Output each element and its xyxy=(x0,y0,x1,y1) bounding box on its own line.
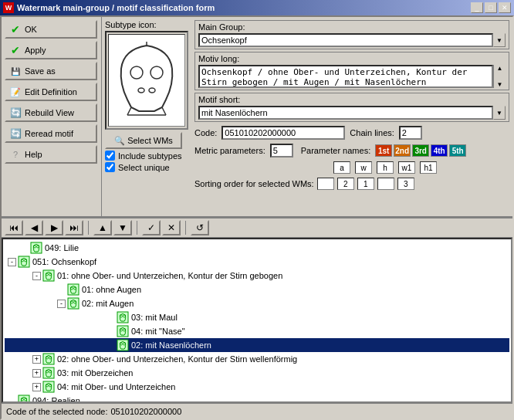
title-bar: W Watermark main-group / motif classific… xyxy=(0,0,514,15)
motiv-long-input[interactable]: Ochsenkopf / ohne Ober- und Unterzeichen… xyxy=(198,65,493,88)
form-section: Main Group: ▼ Motiv long: Ochsenkopf / o… xyxy=(194,20,509,190)
wm-icon-051-04 xyxy=(42,381,55,393)
wm-icon-051-01 xyxy=(42,269,55,282)
maximize-button[interactable]: □ xyxy=(485,2,497,13)
tree-area[interactable]: 049: Lilie- 051: Ochsenkopf- 01: ohne Ob… xyxy=(2,238,512,403)
subtype-icon-area: Subtype icon: xyxy=(105,20,188,190)
motiv-long-field: Motiv long: Ochsenkopf / ohne Ober- und … xyxy=(194,52,509,90)
param-name-w1[interactable] xyxy=(398,161,415,174)
nav-confirm-button[interactable]: ✓ xyxy=(142,220,161,235)
tree-label-051-01-02-04: 04: mit "Nase" xyxy=(131,327,185,336)
help-button[interactable]: ? Help xyxy=(5,145,97,164)
tree-toggle-051-01[interactable]: - xyxy=(32,272,41,280)
help-icon: ? xyxy=(9,148,22,161)
tree-node-051[interactable]: - 051: Ochsenkopf xyxy=(5,255,509,269)
tree-node-094[interactable]: 094: Realien xyxy=(5,394,509,403)
motif-short-field: Motif short: ▼ xyxy=(194,93,509,122)
tree-label-051-01: 01: ohne Ober- und Unterzeichen, Kontur … xyxy=(57,271,282,280)
subtype-icon-box xyxy=(105,31,188,130)
tree-toggle-051-04[interactable]: + xyxy=(32,383,41,391)
tree-toggle-051[interactable]: - xyxy=(8,258,16,266)
tree-toggle-051-01-02[interactable]: - xyxy=(57,300,66,308)
motif-short-input[interactable] xyxy=(198,106,493,120)
include-subtypes-row: Include subtypes xyxy=(105,151,188,161)
ok-button[interactable]: ✔ OK xyxy=(5,20,97,39)
subtype-section: Subtype icon: xyxy=(105,20,509,190)
wm-icon-051-01-02 xyxy=(67,297,79,310)
wm-icon-051 xyxy=(18,256,30,268)
svg-point-1 xyxy=(150,66,163,79)
sort-input-2[interactable] xyxy=(337,178,354,190)
sort-input-1[interactable] xyxy=(317,178,334,190)
select-unique-checkbox[interactable] xyxy=(105,162,115,172)
subtype-icon-label: Subtype icon: xyxy=(105,20,188,29)
wm-icon-051-01-02-04 xyxy=(117,325,129,337)
main-group-input[interactable] xyxy=(198,33,493,47)
scroll-down[interactable]: ▼ xyxy=(494,81,506,88)
rebuild-view-button[interactable]: 🔄 Rebuild View xyxy=(5,103,97,122)
left-panel: ✔ OK ✔ Apply 💾 Save as 📝 Edit Definition… xyxy=(2,17,102,216)
tree-node-051-04[interactable]: + 04: mit Ober- und Unterzeichen xyxy=(5,380,509,394)
nav-cancel-button[interactable]: ✕ xyxy=(162,220,181,235)
param-name-w[interactable] xyxy=(355,161,372,174)
svg-rect-41 xyxy=(19,395,29,403)
param-1st-badge: 1st xyxy=(375,144,392,157)
nav-refresh-button[interactable]: ↺ xyxy=(191,220,209,235)
save-as-button[interactable]: 💾 Save as xyxy=(5,62,97,80)
nav-next-button[interactable]: ▶ xyxy=(45,220,63,235)
close-button[interactable]: ✕ xyxy=(499,2,511,13)
motiv-long-scrollbar[interactable]: ▲ ▼ xyxy=(493,65,506,88)
svg-line-4 xyxy=(127,107,131,115)
scroll-up[interactable]: ▲ xyxy=(494,65,506,72)
sort-input-5[interactable] xyxy=(397,178,414,190)
nav-first-button[interactable]: ⏮ xyxy=(5,220,23,235)
wm-icon-094 xyxy=(18,395,30,403)
tree-node-051-01-01[interactable]: 01: ohne Augen xyxy=(5,283,509,296)
window-controls: _ □ ✕ xyxy=(471,2,511,13)
sort-input-4[interactable] xyxy=(377,178,394,190)
tree-node-051-01-02-03[interactable]: 03: mit Maul xyxy=(5,310,509,324)
sorting-row: Sorting order for selected WMs: xyxy=(194,178,509,190)
param-names-row xyxy=(333,161,509,174)
nav-up-button[interactable]: ▲ xyxy=(93,220,112,235)
edit-definition-button[interactable]: 📝 Edit Definition xyxy=(5,83,97,101)
code-row: Code: Chain lines: xyxy=(194,126,509,140)
nav-down-button[interactable]: ▼ xyxy=(113,220,132,235)
chain-lines-input[interactable] xyxy=(399,126,422,140)
metric-param-input[interactable] xyxy=(270,144,293,158)
svg-point-2 xyxy=(138,88,144,93)
tree-node-051-01-02-02[interactable]: 02: mit Nasenlöchern xyxy=(5,338,509,352)
edit-icon: 📝 xyxy=(9,86,22,98)
nav-prev-button[interactable]: ◀ xyxy=(25,220,43,235)
tree-node-051-01-02[interactable]: - 02: mit Augen xyxy=(5,296,509,310)
code-input[interactable] xyxy=(221,126,345,140)
param-name-a[interactable] xyxy=(333,161,350,174)
tree-label-051-01-02-03: 03: mit Maul xyxy=(131,313,178,322)
tree-node-051-03[interactable]: + 03: mit Oberzeichen xyxy=(5,366,509,380)
param-name-h1[interactable] xyxy=(420,161,437,174)
minimize-button[interactable]: _ xyxy=(471,2,483,13)
reread-icon: 🔄 xyxy=(9,127,22,140)
tree-label-051-03: 03: mit Oberzeichen xyxy=(57,368,133,378)
nav-last-button[interactable]: ⏭ xyxy=(65,220,83,235)
tree-node-051-02[interactable]: + 02: ohne Ober- und Unterzeichen, Kontu… xyxy=(5,352,509,366)
rebuild-icon: 🔄 xyxy=(9,107,22,119)
reread-motif-button[interactable]: 🔄 Reread motif xyxy=(5,124,97,143)
sort-input-3[interactable] xyxy=(357,178,374,190)
tree-toggle-051-02[interactable]: + xyxy=(32,355,41,364)
tree-node-049[interactable]: 049: Lilie xyxy=(5,241,509,255)
tree-toggle-051-03[interactable]: + xyxy=(32,369,41,378)
tree-label-051-02: 02: ohne Ober- und Unterzeichen, Kontur … xyxy=(57,354,297,364)
param-name-h[interactable] xyxy=(377,161,394,174)
tree-node-051-01[interactable]: - 01: ohne Ober- und Unterzeichen, Kontu… xyxy=(5,269,509,283)
include-subtypes-checkbox[interactable] xyxy=(105,151,115,161)
tree-label-051-01-02: 02: mit Augen xyxy=(82,299,134,308)
title-bar-left: W Watermark main-group / motif classific… xyxy=(3,2,215,13)
tree-node-051-01-02-04[interactable]: 04: mit "Nase" xyxy=(5,324,509,338)
select-wms-button[interactable]: 🔍 Select WMs xyxy=(105,132,182,149)
status-bar: Code of the selected node: 0510102020000… xyxy=(2,403,512,418)
wm-icon-051-01-02-02 xyxy=(117,339,129,351)
apply-button[interactable]: ✔ Apply xyxy=(5,41,97,59)
main-group-dropdown[interactable]: ▼ xyxy=(493,33,506,47)
motif-short-dropdown[interactable]: ▼ xyxy=(493,106,506,120)
